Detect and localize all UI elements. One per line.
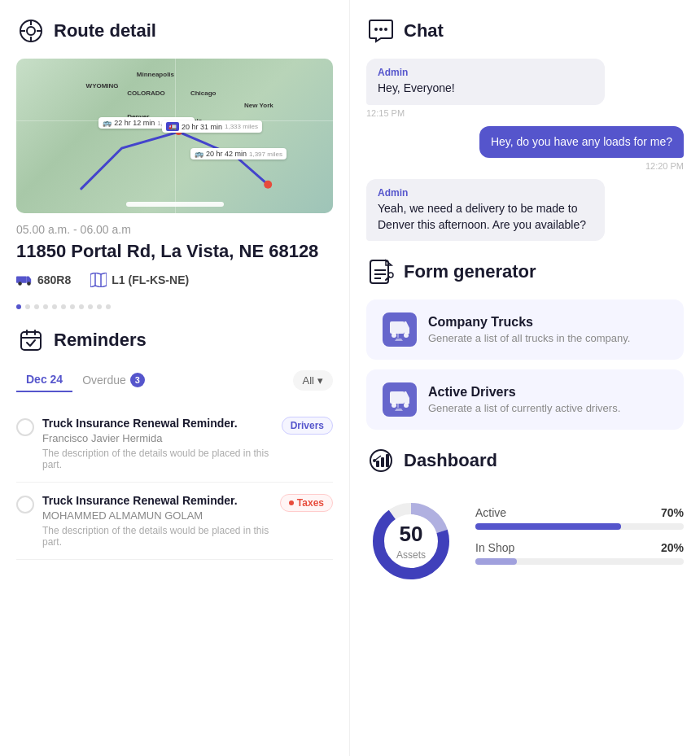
reminders-tabs: Dec 24 Overdue 3 All ▾ (16, 368, 333, 392)
pagination-dots (16, 304, 333, 309)
chevron-down-icon: ▾ (317, 374, 323, 387)
route-code-item: L1 (FL-KS-NE) (90, 272, 189, 288)
stat-active-name: Active (475, 506, 506, 519)
active-drivers-info: Active Drivers Generate a list of curren… (428, 385, 620, 414)
stat-active-bar-fill (475, 523, 621, 530)
svg-point-11 (27, 282, 31, 286)
route-map: WYOMING Minneapolis Chicago New York Den… (16, 59, 333, 213)
stat-active: Active 70% (475, 506, 684, 530)
chat-bubble-admin-2: Admin Yeah, we need a delivery to be mad… (366, 179, 605, 241)
stat-shop-bar-fill (475, 558, 517, 565)
chat-text-3: Yeah, we need a delivery to be made to D… (378, 201, 593, 233)
company-trucks-info: Company Trucks Generate a list of all tr… (428, 315, 630, 344)
reminder-title-2: Truck Insurance Renewal Reminder. (42, 494, 272, 507)
active-drivers-title: Active Drivers (428, 385, 620, 400)
stat-shop-name: In Shop (475, 541, 514, 554)
reminder-content-2: Truck Insurance Renewal Reminder. MOHAMM… (42, 494, 272, 548)
form-generator-section: Form generator Company Trucks Generate a… (366, 257, 684, 430)
route-icon (16, 16, 46, 46)
reminder-content-1: Truck Insurance Renewal Reminder. Franci… (42, 417, 273, 470)
dashboard-title: Dashboard (404, 450, 497, 471)
form-generator-title: Form generator (404, 261, 536, 282)
reminders-list: Truck Insurance Renewal Reminder. Franci… (16, 405, 333, 560)
route-meta: 680R8 L1 (FL-KS-NE) (16, 272, 333, 288)
filter-dropdown[interactable]: All ▾ (293, 370, 333, 391)
truck-icon (16, 272, 33, 288)
svg-rect-37 (381, 457, 384, 467)
svg-point-6 (264, 181, 272, 189)
chat-text-2: Hey, do you have any loads for me? (491, 134, 672, 151)
chat-text-1: Hey, Everyone! (378, 81, 593, 97)
svg-rect-27 (390, 321, 405, 334)
dashboard-header: Dashboard (366, 446, 684, 475)
route-detail-header: Route detail (16, 16, 333, 46)
svg-point-29 (392, 333, 396, 338)
reminder-title-1: Truck Insurance Renewal Reminder. (42, 417, 273, 430)
reminders-icon (16, 326, 46, 355)
chat-messages: Admin Hey, Everyone! 12:15 PM Hey, do yo… (366, 59, 684, 241)
form-gen-icon-header (366, 257, 396, 286)
svg-point-20 (379, 28, 383, 31)
svg-point-34 (404, 403, 409, 408)
svg-point-33 (392, 403, 396, 408)
svg-rect-38 (386, 454, 389, 467)
truck-id-item: 680R8 (16, 272, 71, 288)
chat-icon (366, 16, 396, 46)
svg-rect-15 (21, 332, 41, 350)
chat-bubble-user-1: Hey, do you have any loads for me? (479, 126, 684, 159)
donut-center: 50 Assets (396, 522, 426, 562)
reminder-checkbox-1[interactable] (16, 418, 34, 436)
route-detail-title: Route detail (54, 20, 156, 42)
company-trucks-title: Company Trucks (428, 315, 630, 330)
donut-label: Assets (396, 549, 426, 561)
svg-point-1 (27, 27, 35, 35)
form-generator-header: Form generator (366, 257, 684, 286)
chat-sender-admin-2: Admin (378, 187, 593, 199)
company-trucks-desc: Generate a list of all trucks in the com… (428, 332, 630, 344)
svg-marker-12 (90, 273, 107, 287)
chat-time-2: 12:20 PM (366, 161, 684, 171)
reminder-checkbox-2[interactable] (16, 496, 34, 513)
right-panel: Chat Admin Hey, Everyone! 12:15 PM Hey, … (350, 0, 700, 756)
svg-rect-8 (16, 277, 27, 283)
reminder-item-2: Truck Insurance Renewal Reminder. MOHAMM… (16, 483, 333, 560)
active-drivers-icon (383, 382, 417, 417)
svg-point-10 (18, 282, 22, 286)
svg-rect-36 (376, 461, 379, 467)
reminder-tag-2: Taxes (280, 494, 333, 512)
reminder-name-1: Francisco Javier Hermida (42, 432, 273, 444)
active-drivers-card[interactable]: Active Drivers Generate a list of curren… (366, 369, 684, 430)
route-code-label: L1 (FL-KS-NE) (112, 273, 189, 286)
reminder-item-1: Truck Insurance Renewal Reminder. Franci… (16, 405, 333, 483)
stat-active-bar-bg (475, 523, 684, 530)
svg-rect-31 (390, 391, 405, 404)
reminder-name-2: MOHAMMED ALMAMUN GOLAM (42, 509, 272, 522)
svg-point-30 (404, 333, 409, 338)
chat-title: Chat (404, 20, 444, 42)
route-address: 11850 Portal Rd, La Vista, NE 68128 (16, 241, 333, 262)
reminder-tag-1: Drivers (282, 417, 333, 435)
reminder-desc-1: The description of the details would be … (42, 448, 273, 470)
map-icon (90, 272, 107, 288)
route-time: 05.00 a.m. - 06.00 a.m (16, 223, 333, 236)
dashboard-icon (366, 446, 396, 475)
svg-marker-28 (405, 321, 409, 334)
reminders-header: Reminders (16, 326, 333, 355)
tab-overdue[interactable]: Overdue 3 (72, 368, 155, 392)
company-trucks-card[interactable]: Company Trucks Generate a list of all tr… (366, 299, 684, 360)
chat-header: Chat (366, 16, 684, 46)
dashboard-stats: Active 70% In Shop 20% (475, 506, 684, 576)
truck-id-label: 680R8 (37, 273, 71, 286)
svg-point-19 (374, 28, 378, 31)
tag-dot (289, 500, 294, 505)
stat-shop-bar-bg (475, 558, 684, 565)
stat-active-pct: 70% (661, 506, 684, 519)
svg-point-21 (384, 28, 387, 31)
tab-dec24[interactable]: Dec 24 (16, 368, 72, 392)
stat-shop-pct: 20% (661, 541, 684, 554)
reminder-desc-2: The description of the details would be … (42, 525, 272, 548)
reminders-title: Reminders (54, 330, 147, 351)
stat-shop: In Shop 20% (475, 541, 684, 565)
donut-chart: 50 Assets (366, 496, 456, 586)
chat-time-1: 12:15 PM (366, 108, 684, 118)
